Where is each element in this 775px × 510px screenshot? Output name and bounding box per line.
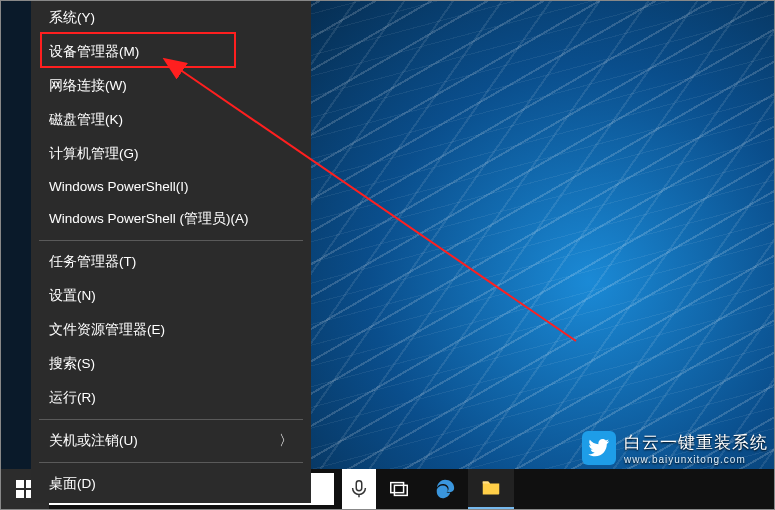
menu-item-label: Windows PowerShell(I): [49, 179, 189, 194]
menu-item-label: 计算机管理(G): [49, 145, 139, 163]
menu-item-label: Windows PowerShell (管理员)(A): [49, 210, 249, 228]
menu-item-disk-management[interactable]: 磁盘管理(K): [31, 103, 311, 137]
desktop-screen: 系统(Y) 设备管理器(M) 网络连接(W) 磁盘管理(K) 计算机管理(G) …: [0, 0, 775, 510]
menu-item-settings[interactable]: 设置(N): [31, 279, 311, 313]
watermark: 白云一键重装系统 www.baiyunxitong.com: [582, 431, 768, 465]
winx-context-menu: 系统(Y) 设备管理器(M) 网络连接(W) 磁盘管理(K) 计算机管理(G) …: [31, 1, 311, 503]
menu-item-label: 文件资源管理器(E): [49, 321, 165, 339]
menu-item-run[interactable]: 运行(R): [31, 381, 311, 415]
menu-item-desktop[interactable]: 桌面(D): [31, 467, 311, 501]
desktop-wallpaper: [311, 1, 774, 469]
svg-rect-4: [394, 485, 407, 495]
menu-item-label: 设置(N): [49, 287, 96, 305]
menu-item-label: 磁盘管理(K): [49, 111, 123, 129]
taskbar-pinned-apps: [342, 469, 514, 509]
menu-separator: [39, 419, 303, 420]
menu-item-task-manager[interactable]: 任务管理器(T): [31, 245, 311, 279]
svg-rect-3: [391, 483, 404, 493]
menu-item-label: 搜索(S): [49, 355, 95, 373]
menu-item-label: 运行(R): [49, 389, 96, 407]
task-view-button[interactable]: [376, 469, 422, 509]
menu-item-label: 桌面(D): [49, 475, 96, 493]
watermark-title: 白云一键重装系统: [624, 431, 768, 454]
watermark-url: www.baiyunxitong.com: [624, 454, 768, 465]
menu-item-system[interactable]: 系统(Y): [31, 1, 311, 35]
menu-item-label: 网络连接(W): [49, 77, 127, 95]
watermark-bird-icon: [582, 431, 616, 465]
watermark-text: 白云一键重装系统 www.baiyunxitong.com: [624, 431, 768, 465]
svg-rect-2: [356, 481, 362, 491]
taskbar-mic-button[interactable]: [342, 469, 376, 509]
menu-item-search[interactable]: 搜索(S): [31, 347, 311, 381]
menu-item-computer-management[interactable]: 计算机管理(G): [31, 137, 311, 171]
menu-item-label: 关机或注销(U): [49, 432, 138, 450]
menu-item-file-explorer[interactable]: 文件资源管理器(E): [31, 313, 311, 347]
menu-item-network-connections[interactable]: 网络连接(W): [31, 69, 311, 103]
menu-separator: [39, 240, 303, 241]
menu-item-shutdown-signout[interactable]: 关机或注销(U) 〉: [31, 424, 311, 458]
menu-item-powershell-admin[interactable]: Windows PowerShell (管理员)(A): [31, 202, 311, 236]
menu-item-label: 任务管理器(T): [49, 253, 136, 271]
file-explorer-button[interactable]: [468, 469, 514, 509]
menu-item-label: 系统(Y): [49, 9, 95, 27]
menu-item-device-manager[interactable]: 设备管理器(M): [31, 35, 311, 69]
menu-item-label: 设备管理器(M): [49, 43, 139, 61]
menu-item-powershell[interactable]: Windows PowerShell(I): [31, 171, 311, 202]
edge-button[interactable]: [422, 469, 468, 509]
chevron-right-icon: 〉: [279, 432, 293, 450]
menu-separator: [39, 462, 303, 463]
